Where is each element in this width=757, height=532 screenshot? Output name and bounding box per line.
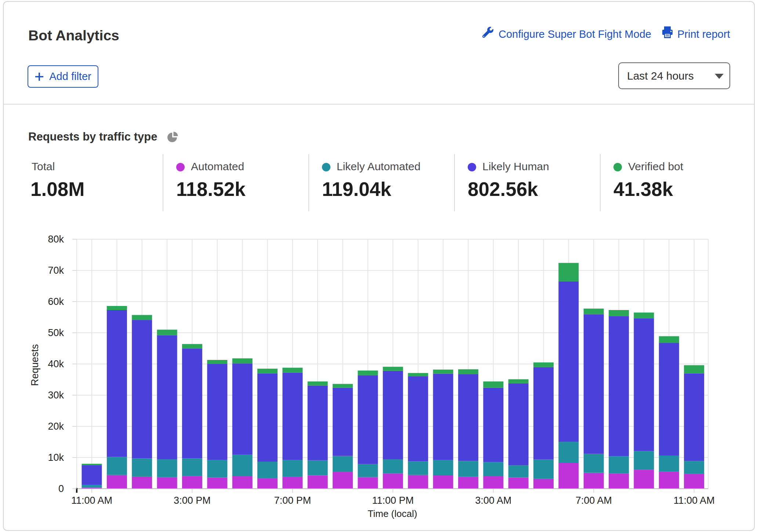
svg-text:70k: 70k (48, 265, 64, 276)
svg-text:7:00 AM: 7:00 AM (576, 495, 612, 506)
svg-text:10k: 10k (48, 452, 64, 463)
svg-text:3:00 PM: 3:00 PM (174, 495, 211, 506)
svg-text:3:00 AM: 3:00 AM (475, 495, 511, 506)
svg-text:11:00 AM: 11:00 AM (71, 495, 112, 506)
svg-text:30k: 30k (48, 390, 64, 401)
svg-text:11:00 PM: 11:00 PM (372, 495, 414, 506)
svg-text:11:00 AM: 11:00 AM (674, 495, 715, 506)
svg-text:Time (local): Time (local) (368, 508, 417, 519)
svg-text:50k: 50k (48, 327, 64, 338)
svg-text:80k: 80k (48, 234, 64, 245)
svg-text:40k: 40k (48, 358, 64, 369)
svg-text:0: 0 (58, 483, 64, 494)
svg-text:Requests: Requests (29, 344, 40, 386)
svg-text:20k: 20k (48, 421, 64, 432)
svg-text:7:00 PM: 7:00 PM (274, 495, 311, 506)
svg-text:60k: 60k (48, 296, 64, 307)
